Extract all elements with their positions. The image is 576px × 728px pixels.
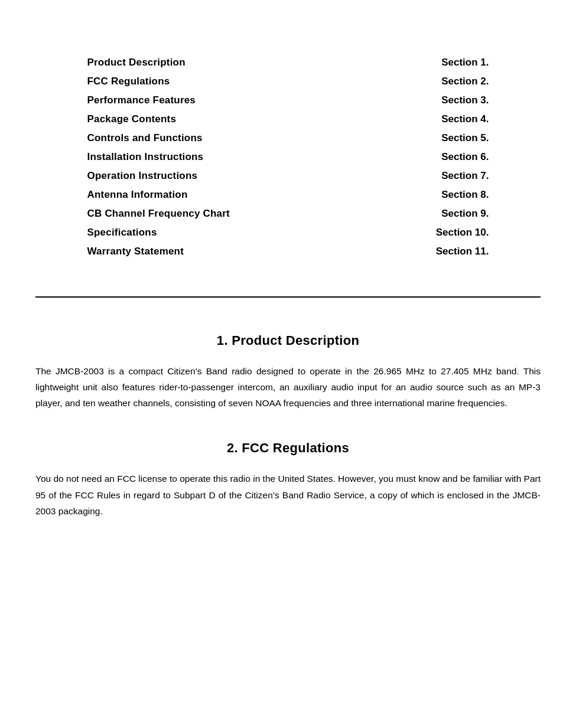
toc-row: Antenna InformationSection 8. [87, 185, 489, 204]
section-heading-2: 2. FCC Regulations [35, 440, 541, 456]
sections-container: 1. Product DescriptionThe JMCB-2003 is a… [35, 333, 541, 519]
toc-item-section: Section 6. [441, 151, 489, 163]
toc-item-section: Section 4. [441, 113, 489, 125]
toc-row: Product DescriptionSection 1. [87, 53, 489, 72]
toc-item-name: Performance Features [87, 94, 196, 106]
table-of-contents: Product DescriptionSection 1.FCC Regulat… [87, 53, 489, 261]
toc-item-section: Section 11. [436, 246, 489, 257]
toc-item-name: FCC Regulations [87, 76, 170, 87]
toc-item-name: Package Contents [87, 113, 177, 125]
toc-item-section: Section 8. [441, 189, 489, 201]
toc-item-section: Section 10. [436, 227, 489, 239]
toc-item-name: Controls and Functions [87, 132, 203, 144]
toc-item-name: Warranty Statement [87, 246, 184, 257]
toc-item-section: Section 2. [441, 76, 489, 87]
toc-row: Operation InstructionsSection 7. [87, 167, 489, 185]
toc-row: Package ContentsSection 4. [87, 110, 489, 129]
toc-row: Installation InstructionsSection 6. [87, 148, 489, 167]
toc-row: Controls and FunctionsSection 5. [87, 129, 489, 148]
toc-item-section: Section 7. [441, 170, 489, 182]
section-body-2: You do not need an FCC license to operat… [35, 471, 541, 518]
toc-row: Performance FeaturesSection 3. [87, 91, 489, 110]
section-heading-1: 1. Product Description [35, 333, 541, 348]
section-body-1: The JMCB-2003 is a compact Citizen’s Ban… [35, 363, 541, 411]
toc-item-section: Section 5. [441, 132, 489, 144]
toc-row: SpecificationsSection 10. [87, 223, 489, 242]
toc-item-section: Section 1. [441, 57, 489, 68]
toc-item-section: Section 9. [441, 208, 489, 220]
toc-item-name: Installation Instructions [87, 151, 204, 163]
section-divider [35, 296, 541, 298]
toc-item-name: CB Channel Frequency Chart [87, 208, 230, 220]
toc-row: Warranty StatementSection 11. [87, 242, 489, 261]
toc-item-section: Section 3. [441, 94, 489, 106]
toc-item-name: Product Description [87, 57, 186, 68]
toc-item-name: Antenna Information [87, 189, 188, 201]
toc-item-name: Specifications [87, 227, 157, 239]
toc-item-name: Operation Instructions [87, 170, 198, 182]
toc-row: CB Channel Frequency ChartSection 9. [87, 204, 489, 223]
toc-row: FCC RegulationsSection 2. [87, 72, 489, 91]
